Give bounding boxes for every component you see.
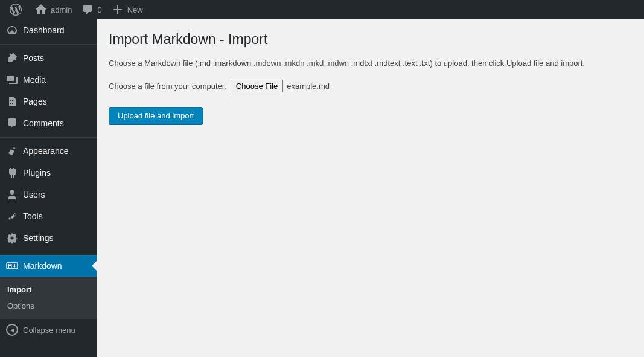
page-title: Import Markdown - Import <box>109 31 632 48</box>
sidebar-label: Media <box>23 75 46 85</box>
markdown-icon <box>6 260 18 272</box>
sidebar-item-users[interactable]: Users <box>0 184 97 205</box>
submenu-import[interactable]: Import <box>0 281 97 298</box>
sidebar-label: Markdown <box>23 261 62 271</box>
media-icon <box>6 74 18 86</box>
user-icon <box>6 188 18 201</box>
sidebar-label: Comments <box>23 118 64 128</box>
pages-icon <box>6 95 18 108</box>
home-icon <box>35 4 47 16</box>
wp-logo-menu[interactable] <box>5 0 30 19</box>
wordpress-icon <box>10 4 22 16</box>
comments-icon <box>6 117 18 129</box>
sidebar-label: Dashboard <box>23 25 65 35</box>
settings-icon <box>6 232 18 244</box>
sidebar-label: Posts <box>23 53 44 63</box>
comments-menu[interactable]: 0 <box>77 0 106 19</box>
plugin-icon <box>6 167 18 179</box>
sidebar-item-appearance[interactable]: Appearance <box>0 140 97 162</box>
file-prompt: Choose a file from your computer: <box>109 82 227 91</box>
admin-sidebar: Dashboard Posts Media Pages Comments App… <box>0 19 97 357</box>
sidebar-label: Users <box>23 190 45 199</box>
admin-bar: admin 0 New <box>0 0 644 19</box>
tools-icon <box>6 210 18 222</box>
main-content: Import Markdown - Import Choose a Markdo… <box>97 19 644 357</box>
collapse-menu[interactable]: Collapse menu <box>0 319 97 341</box>
sidebar-item-posts[interactable]: Posts <box>0 47 97 69</box>
pin-icon <box>6 52 18 64</box>
file-upload-row: Choose a file from your computer: Choose… <box>109 80 632 92</box>
comment-icon <box>81 4 94 16</box>
dashboard-icon <box>6 24 18 36</box>
sidebar-label: Tools <box>23 211 43 221</box>
sidebar-item-plugins[interactable]: Plugins <box>0 162 97 184</box>
site-name-label: admin <box>51 5 72 14</box>
selected-filename: example.md <box>287 82 330 91</box>
sidebar-item-dashboard[interactable]: Dashboard <box>0 19 97 41</box>
comments-count: 0 <box>97 5 101 14</box>
sidebar-item-pages[interactable]: Pages <box>0 91 97 112</box>
new-content-menu[interactable]: New <box>107 0 148 19</box>
sidebar-label: Plugins <box>23 168 51 178</box>
sidebar-label: Settings <box>23 233 54 243</box>
collapse-label: Collapse menu <box>23 326 75 335</box>
collapse-icon <box>6 324 18 336</box>
sidebar-item-comments[interactable]: Comments <box>0 112 97 134</box>
new-label: New <box>127 5 143 14</box>
sidebar-item-markdown[interactable]: Markdown <box>0 255 97 277</box>
sidebar-item-tools[interactable]: Tools <box>0 205 97 227</box>
page-description: Choose a Markdown file (.md .markdown .m… <box>109 59 632 68</box>
appearance-icon <box>6 145 18 157</box>
choose-file-button[interactable]: Choose File <box>231 80 283 92</box>
sidebar-item-media[interactable]: Media <box>0 69 97 91</box>
site-name-menu[interactable]: admin <box>30 0 77 19</box>
sidebar-submenu: Import Options <box>0 277 97 319</box>
sidebar-label: Appearance <box>23 146 69 156</box>
sidebar-item-settings[interactable]: Settings <box>0 227 97 249</box>
upload-submit-button[interactable]: Upload file and import <box>109 107 203 124</box>
sidebar-label: Pages <box>23 97 47 106</box>
plus-icon <box>112 4 124 16</box>
submenu-options[interactable]: Options <box>0 298 97 314</box>
